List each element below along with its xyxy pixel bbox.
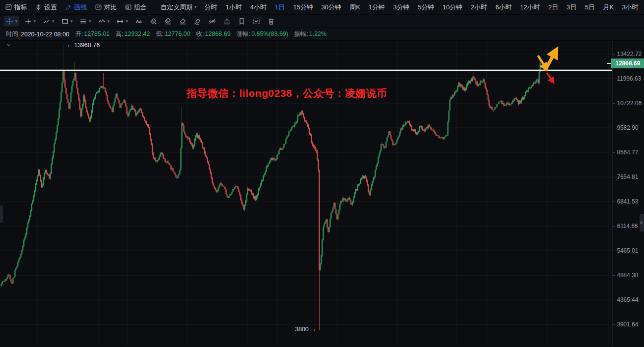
i-cmp-glyph <box>95 3 102 11</box>
chart-menu-group: 指标设置画线对比组合 <box>5 3 155 12</box>
magic-eraser-tool-icon[interactable] <box>148 16 159 27</box>
timeframe-button[interactable]: 10分钟 <box>443 3 462 12</box>
i-pen-glyph <box>193 17 202 26</box>
ohlc-info-bar: 时间: 2020-10-22 08:00 开:12785.01高:12932.4… <box>0 28 644 41</box>
i-layout-glyph <box>125 3 132 11</box>
axis-price-label: 9582.90 <box>613 124 644 131</box>
ohlc-field: 涨幅:0.65%(83.69) <box>237 30 289 38</box>
time-value: 2020-10-22 08:00 <box>21 31 69 38</box>
bookmark-tool-icon[interactable] <box>236 16 247 27</box>
i-erase2-glyph <box>164 17 172 26</box>
timeframe-button[interactable]: 1日 <box>275 3 285 12</box>
text-tool-icon[interactable] <box>133 16 144 27</box>
i-magnet-glyph <box>208 17 216 26</box>
axis-price-label: 10722.06 <box>613 100 644 107</box>
timeframe-button[interactable]: 1小时 <box>226 3 242 12</box>
timeframe-button[interactable]: 30分钟 <box>322 3 341 12</box>
right-panel-handle[interactable] <box>640 214 644 231</box>
timeframe-button[interactable]: 月K <box>603 3 614 12</box>
timeframe-button[interactable]: 4小时 <box>250 3 267 12</box>
timeframe-button[interactable]: 3小时 <box>622 3 638 12</box>
price-axis[interactable]: 13422.7211996.6310722.069582.908564.7776… <box>612 41 644 346</box>
timeframe-button[interactable]: 3日 <box>566 3 576 12</box>
axis-price-label: 7654.81 <box>613 174 644 180</box>
timeframe-button[interactable]: 6小时 <box>495 3 511 12</box>
axis-price-label: 11996.63 <box>613 75 644 82</box>
custom-period-dropdown[interactable]: 自定义周期 ▾ <box>161 3 197 12</box>
chart-area[interactable]: ← 13968.76 3800 → 指导微信：lilong0238，公众号：凌姗… <box>0 41 644 346</box>
i-pencil-glyph <box>65 3 72 11</box>
chevron-down-icon[interactable]: ▾ <box>34 19 36 24</box>
indicator-button[interactable]: 指标 <box>5 3 27 12</box>
timeframe-button[interactable]: 12小时 <box>520 3 539 12</box>
i-lock-glyph <box>223 17 231 26</box>
chevron-down-icon[interactable]: ▾ <box>89 19 91 24</box>
axis-price-label: 4884.38 <box>613 272 644 279</box>
i-cross1-glyph <box>5 17 14 26</box>
timeframe-button[interactable]: 2日 <box>548 3 558 12</box>
pen-tool-icon[interactable] <box>192 16 203 27</box>
timeframe-button[interactable]: 5日 <box>585 3 594 12</box>
cross-pointer-tool-icon[interactable]: ▾ <box>23 16 38 27</box>
timeframe-button[interactable]: 周K <box>349 3 360 12</box>
chevron-down-icon[interactable]: ▾ <box>107 19 110 24</box>
ohlc-field: 振幅:1.22% <box>294 30 326 38</box>
ohlc-fields: 开:12785.01高:12932.42低:12776.00收:12868.69… <box>69 30 326 38</box>
axis-price-label: 5465.01 <box>613 247 644 254</box>
timeframe-button[interactable]: 2小时 <box>471 3 487 12</box>
i-trend-glyph <box>42 17 51 26</box>
compare-button[interactable]: 对比 <box>95 3 117 12</box>
timeframe-button[interactable]: 3分钟 <box>393 3 409 12</box>
watermark-text: 指导微信：lilong0238，公众号：凌姗说币 <box>187 87 387 100</box>
chevron-down-icon[interactable]: ▾ <box>52 19 54 24</box>
lock-tool-icon[interactable] <box>221 16 233 27</box>
eraser-stack-tool-icon[interactable] <box>162 16 174 27</box>
axis-price-label: 8564.77 <box>613 149 644 156</box>
i-chan-glyph <box>79 17 87 26</box>
i-meas-glyph <box>116 17 124 26</box>
i-snap-glyph <box>252 17 261 26</box>
measure-tool-icon[interactable]: ▾ <box>114 16 130 27</box>
crosshair-tool-icon[interactable]: ▾ <box>4 16 19 27</box>
axis-price-label: 3901.64 <box>613 321 644 328</box>
magnet-tool-icon[interactable] <box>207 16 218 27</box>
arrow-right-icon <box>641 221 643 225</box>
layout-button[interactable]: 组合 <box>125 3 147 12</box>
ohlc-field: 开:12785.01 <box>75 30 109 38</box>
i-ind-glyph <box>5 3 12 11</box>
wave-pattern-tool-icon[interactable]: ▾ <box>96 16 111 27</box>
timeframe-list: 分时1小时4小时1日15分钟30分钟周K1分钟3分钟5分钟10分钟2小时6小时1… <box>205 3 644 12</box>
current-price-badge: 12868.69 <box>611 58 644 68</box>
i-cross2-glyph <box>24 17 32 26</box>
custom-period-label: 自定义周期 <box>161 3 192 12</box>
chevron-down-icon[interactable]: ▾ <box>126 19 128 24</box>
trendline-tool-icon[interactable]: ▾ <box>41 16 56 27</box>
timeframe-button[interactable]: 15分钟 <box>293 3 313 12</box>
snapshot-tool-icon[interactable] <box>251 16 262 27</box>
axis-price-label: 4365.44 <box>613 296 644 303</box>
left-panel-handle[interactable] <box>0 205 3 223</box>
rectangle-tool-icon[interactable]: ▾ <box>59 16 75 27</box>
timeframe-button[interactable]: 分时 <box>205 3 217 12</box>
draw-line-button[interactable]: 画线 <box>65 3 87 12</box>
parallel-channel-tool-icon[interactable]: ▾ <box>78 16 93 27</box>
ohlc-field: 收:12868.69 <box>196 30 231 38</box>
chevron-down-icon[interactable] <box>5 41 12 50</box>
i-gear-glyph <box>35 3 42 11</box>
timeframe-button[interactable]: 5分钟 <box>418 3 434 12</box>
chevron-down-icon[interactable]: ▾ <box>71 19 73 24</box>
eraser-tool-icon[interactable] <box>177 16 188 27</box>
axis-price-label: 6841.53 <box>613 198 644 205</box>
settings-button[interactable]: 设置 <box>35 3 57 12</box>
i-erase1-glyph <box>179 17 187 26</box>
low-price-annotation: 3800 → <box>295 326 317 333</box>
ohlc-field: 低:12776.00 <box>156 30 190 38</box>
time-label: 时间: <box>6 30 20 38</box>
trash-tool-icon[interactable] <box>266 16 277 27</box>
drawing-toolbar: ▾▾▾▾▾▾▾ <box>0 15 644 28</box>
chevron-down-icon[interactable]: ▾ <box>15 19 18 24</box>
i-text-glyph <box>134 17 143 26</box>
trading-terminal: 指标设置画线对比组合 自定义周期 ▾ 分时1小时4小时1日15分钟30分钟周K1… <box>0 0 644 347</box>
timeframe-button[interactable]: 1分钟 <box>369 3 385 12</box>
top-toolbar: 指标设置画线对比组合 自定义周期 ▾ 分时1小时4小时1日15分钟30分钟周K1… <box>0 0 644 15</box>
